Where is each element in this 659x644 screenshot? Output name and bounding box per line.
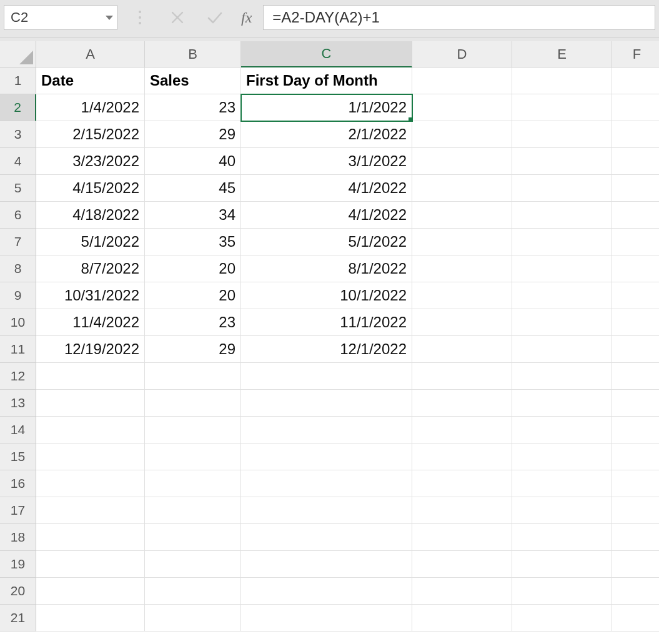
cell-E3[interactable] [512, 121, 612, 148]
cell-B7[interactable]: 35 [145, 229, 241, 255]
cell-E17[interactable] [512, 497, 612, 524]
cell-A14[interactable] [36, 417, 145, 443]
row-header-21[interactable]: 21 [0, 605, 36, 632]
cell-E8[interactable] [512, 255, 612, 282]
cell-F7[interactable] [612, 229, 659, 255]
cell-C15[interactable] [241, 443, 412, 470]
cell-A6[interactable]: 4/18/2022 [36, 202, 145, 229]
cell-B1[interactable]: Sales [145, 67, 241, 94]
row-header-6[interactable]: 6 [0, 202, 36, 229]
fx-icon[interactable]: fx [241, 9, 252, 26]
cell-E18[interactable] [512, 524, 612, 551]
cell-B18[interactable] [145, 524, 241, 551]
select-all-corner[interactable] [0, 41, 36, 67]
cell-E20[interactable] [512, 578, 612, 605]
column-header-D[interactable]: D [412, 41, 512, 67]
cell-D20[interactable] [412, 578, 512, 605]
cell-A20[interactable] [36, 578, 145, 605]
row-header-20[interactable]: 20 [0, 578, 36, 605]
cell-A1[interactable]: Date [36, 67, 145, 94]
row-header-5[interactable]: 5 [0, 175, 36, 202]
cell-B16[interactable] [145, 470, 241, 497]
cell-C10[interactable]: 11/1/2022 [241, 309, 412, 336]
cell-C12[interactable] [241, 363, 412, 390]
cell-F18[interactable] [612, 524, 659, 551]
cell-F15[interactable] [612, 443, 659, 470]
column-header-B[interactable]: B [145, 41, 241, 67]
row-header-3[interactable]: 3 [0, 121, 36, 148]
cell-D9[interactable] [412, 282, 512, 309]
cell-A9[interactable]: 10/31/2022 [36, 282, 145, 309]
cell-F2[interactable] [612, 94, 659, 121]
row-header-12[interactable]: 12 [0, 363, 36, 390]
cell-A4[interactable]: 3/23/2022 [36, 148, 145, 175]
cell-A2[interactable]: 1/4/2022 [36, 94, 145, 121]
row-header-10[interactable]: 10 [0, 309, 36, 336]
cell-D16[interactable] [412, 470, 512, 497]
cell-D5[interactable] [412, 175, 512, 202]
cell-C8[interactable]: 8/1/2022 [241, 255, 412, 282]
cell-C18[interactable] [241, 524, 412, 551]
cell-C19[interactable] [241, 551, 412, 578]
cell-F21[interactable] [612, 605, 659, 632]
cell-B8[interactable]: 20 [145, 255, 241, 282]
cell-C4[interactable]: 3/1/2022 [241, 148, 412, 175]
cell-B19[interactable] [145, 551, 241, 578]
cell-E16[interactable] [512, 470, 612, 497]
cell-E4[interactable] [512, 148, 612, 175]
cell-C20[interactable] [241, 578, 412, 605]
cell-D21[interactable] [412, 605, 512, 632]
cell-B17[interactable] [145, 497, 241, 524]
cell-B12[interactable] [145, 363, 241, 390]
cell-B6[interactable]: 34 [145, 202, 241, 229]
cancel-icon[interactable] [166, 6, 189, 29]
cell-E5[interactable] [512, 175, 612, 202]
cell-A10[interactable]: 11/4/2022 [36, 309, 145, 336]
cell-F16[interactable] [612, 470, 659, 497]
cell-F11[interactable] [612, 336, 659, 363]
cell-A12[interactable] [36, 363, 145, 390]
cell-D8[interactable] [412, 255, 512, 282]
cell-F17[interactable] [612, 497, 659, 524]
cell-D13[interactable] [412, 390, 512, 417]
cell-B14[interactable] [145, 417, 241, 443]
cell-E11[interactable] [512, 336, 612, 363]
cell-E2[interactable] [512, 94, 612, 121]
cell-A13[interactable] [36, 390, 145, 417]
row-header-15[interactable]: 15 [0, 443, 36, 470]
cell-B11[interactable]: 29 [145, 336, 241, 363]
cell-A17[interactable] [36, 497, 145, 524]
row-header-17[interactable]: 17 [0, 497, 36, 524]
row-header-9[interactable]: 9 [0, 282, 36, 309]
cell-D3[interactable] [412, 121, 512, 148]
cell-C21[interactable] [241, 605, 412, 632]
cell-E14[interactable] [512, 417, 612, 443]
cell-A18[interactable] [36, 524, 145, 551]
cell-E13[interactable] [512, 390, 612, 417]
cell-E12[interactable] [512, 363, 612, 390]
cell-F1[interactable] [612, 67, 659, 94]
cell-F12[interactable] [612, 363, 659, 390]
cell-B21[interactable] [145, 605, 241, 632]
cell-C13[interactable] [241, 390, 412, 417]
cell-C7[interactable]: 5/1/2022 [241, 229, 412, 255]
cell-A19[interactable] [36, 551, 145, 578]
cell-B20[interactable] [145, 578, 241, 605]
cell-C9[interactable]: 10/1/2022 [241, 282, 412, 309]
cell-D19[interactable] [412, 551, 512, 578]
row-header-18[interactable]: 18 [0, 524, 36, 551]
cell-A7[interactable]: 5/1/2022 [36, 229, 145, 255]
cell-D6[interactable] [412, 202, 512, 229]
row-header-8[interactable]: 8 [0, 255, 36, 282]
cell-B9[interactable]: 20 [145, 282, 241, 309]
row-header-2[interactable]: 2 [0, 94, 36, 121]
cell-A8[interactable]: 8/7/2022 [36, 255, 145, 282]
cell-B3[interactable]: 29 [145, 121, 241, 148]
enter-check-icon[interactable] [204, 6, 226, 29]
cell-F8[interactable] [612, 255, 659, 282]
name-box[interactable]: C2 [4, 5, 117, 30]
row-header-1[interactable]: 1 [0, 67, 36, 94]
column-header-F[interactable]: F [612, 41, 659, 67]
cell-D1[interactable] [412, 67, 512, 94]
row-header-16[interactable]: 16 [0, 470, 36, 497]
